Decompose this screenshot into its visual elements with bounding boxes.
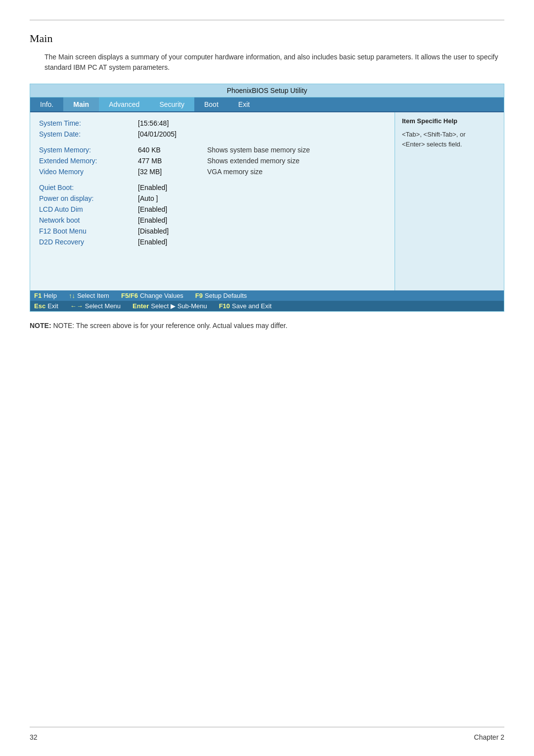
bios-body: System Time: [15:56:48] System Date: [04…	[30, 112, 504, 290]
value-video-memory: [32 MB]	[138, 168, 207, 176]
label-f12-boot-menu: F12 Boot Menu	[39, 227, 138, 235]
key-arrows-updown: ↑↓	[69, 292, 75, 299]
value-lcd-auto-dim[interactable]: [Enabled]	[138, 205, 207, 213]
status-esc-exit: Esc Exit	[34, 302, 58, 310]
section-description: The Main screen displays a summary of yo…	[44, 52, 504, 73]
label-select-menu: Select Menu	[85, 302, 121, 310]
bios-help-panel: Item Specific Help <Tab>, <Shift-Tab>, o…	[395, 112, 504, 290]
value-system-memory: 640 KB	[138, 146, 207, 154]
label-setup-defaults: Setup Defaults	[205, 292, 247, 299]
status-bar-row2: Esc Exit ←→ Select Menu Enter Select ▶ S…	[30, 301, 504, 311]
bios-row-network-boot: Network boot [Enabled]	[39, 216, 386, 224]
desc-system-memory: Shows system base memory size	[207, 146, 386, 154]
note-label: NOTE:	[30, 322, 51, 330]
nav-item-security[interactable]: Security	[149, 97, 194, 111]
value-power-on-display[interactable]: [Auto ]	[138, 194, 207, 202]
status-select-item: ↑↓ Select Item	[69, 292, 109, 299]
note-content: NOTE: The screen above is for your refer…	[53, 322, 287, 330]
bios-row-system-memory: System Memory: 640 KB Shows system base …	[39, 146, 386, 154]
status-f1-help: F1 Help	[34, 292, 57, 299]
value-d2d-recovery[interactable]: [Enabled]	[138, 238, 207, 246]
content-area: Main The Main screen displays a summary …	[30, 20, 504, 331]
bios-row-system-time: System Time: [15:56:48]	[39, 119, 386, 127]
label-select-item: Select Item	[77, 292, 109, 299]
label-network-boot: Network boot	[39, 216, 138, 224]
key-arrows-leftright: ←→	[70, 302, 83, 310]
label-video-memory: Video Memory	[39, 168, 138, 176]
bios-row-extended-memory: Extended Memory: 477 MB Shows extended m…	[39, 157, 386, 165]
separator-2	[39, 179, 386, 184]
label-select-submenu: Select ▶ Sub-Menu	[151, 302, 207, 310]
bios-row-lcd-auto-dim: LCD Auto Dim [Enabled]	[39, 205, 386, 213]
bios-row-power-on-display: Power on display: [Auto ]	[39, 194, 386, 202]
key-f5f6: F5/F6	[121, 292, 138, 299]
label-power-on-display: Power on display:	[39, 194, 138, 202]
value-system-time[interactable]: [15:56:48]	[138, 119, 207, 127]
status-f5f6-change: F5/F6 Change Values	[121, 292, 183, 299]
bios-title-bar: PhoenixBIOS Setup Utility	[30, 84, 504, 97]
nav-item-exit[interactable]: Exit	[228, 97, 260, 111]
status-f9-defaults: F9 Setup Defaults	[195, 292, 247, 299]
page-number: 32	[30, 733, 38, 741]
bios-nav: Info. Main Advanced Security Boot Exit	[30, 97, 504, 112]
chapter-label: Chapter 2	[474, 733, 504, 741]
help-text: <Tab>, <Shift-Tab>, or<Enter> selects fi…	[402, 130, 497, 149]
status-bar-row1: F1 Help ↑↓ Select Item F5/F6 Change Valu…	[30, 290, 504, 301]
label-system-time: System Time:	[39, 119, 138, 127]
value-system-date[interactable]: [04/01/2005]	[138, 130, 207, 138]
key-f10: F10	[219, 302, 230, 310]
page-footer: 32 Chapter 2	[30, 727, 504, 741]
bios-row-video-memory: Video Memory [32 MB] VGA memory size	[39, 168, 386, 176]
bios-status-bars: F1 Help ↑↓ Select Item F5/F6 Change Valu…	[30, 290, 504, 311]
status-select-menu: ←→ Select Menu	[70, 302, 121, 310]
value-f12-boot-menu[interactable]: [Disabled]	[138, 227, 207, 235]
bios-main-panel: System Time: [15:56:48] System Date: [04…	[30, 112, 395, 290]
status-enter-select: Enter Select ▶ Sub-Menu	[133, 302, 207, 310]
label-system-date: System Date:	[39, 130, 138, 138]
desc-video-memory: VGA memory size	[207, 168, 386, 176]
separator-1	[39, 141, 386, 146]
page-title: Main	[30, 32, 504, 45]
value-extended-memory: 477 MB	[138, 157, 207, 165]
key-f1: F1	[34, 292, 42, 299]
value-network-boot[interactable]: [Enabled]	[138, 216, 207, 224]
label-change-values: Change Values	[140, 292, 183, 299]
label-d2d-recovery: D2D Recovery	[39, 238, 138, 246]
note-text: NOTE: NOTE: The screen above is for your…	[30, 321, 504, 331]
help-title: Item Specific Help	[402, 117, 497, 125]
bios-row-quiet-boot: Quiet Boot: [Enabled]	[39, 184, 386, 191]
nav-item-info[interactable]: Info.	[30, 97, 63, 111]
status-f10-save: F10 Save and Exit	[219, 302, 272, 310]
bios-row-f12-boot-menu: F12 Boot Menu [Disabled]	[39, 227, 386, 235]
desc-extended-memory: Shows extended memory size	[207, 157, 386, 165]
nav-item-advanced[interactable]: Advanced	[99, 97, 149, 111]
key-esc: Esc	[34, 302, 45, 310]
key-f9: F9	[195, 292, 203, 299]
label-lcd-auto-dim: LCD Auto Dim	[39, 205, 138, 213]
label-extended-memory: Extended Memory:	[39, 157, 138, 165]
bios-row-system-date: System Date: [04/01/2005]	[39, 130, 386, 138]
label-help: Help	[44, 292, 57, 299]
label-exit: Exit	[47, 302, 58, 310]
nav-item-main[interactable]: Main	[63, 97, 99, 111]
value-quiet-boot[interactable]: [Enabled]	[138, 184, 207, 191]
bios-title: PhoenixBIOS Setup Utility	[227, 87, 308, 94]
label-save-exit: Save and Exit	[232, 302, 271, 310]
nav-item-boot[interactable]: Boot	[194, 97, 228, 111]
label-quiet-boot: Quiet Boot:	[39, 184, 138, 191]
bios-row-d2d-recovery: D2D Recovery [Enabled]	[39, 238, 386, 246]
key-enter: Enter	[133, 302, 149, 310]
label-system-memory: System Memory:	[39, 146, 138, 154]
bios-utility-box: PhoenixBIOS Setup Utility Info. Main Adv…	[30, 84, 504, 312]
